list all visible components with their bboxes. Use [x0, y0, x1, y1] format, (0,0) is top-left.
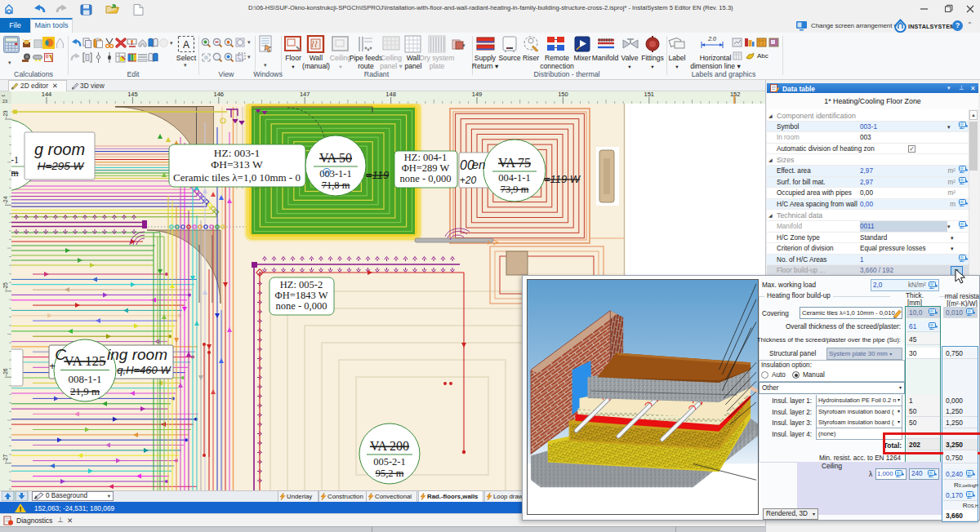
svg-text:147: 147 — [300, 91, 310, 98]
svg-text:=119: =119 — [366, 169, 389, 181]
svg-text:145: 145 — [127, 91, 138, 98]
svg-text:Ceramic tiles λ=1,0 10mm - 0: Ceramic tiles λ=1,0 10mm - 0 — [173, 171, 301, 184]
svg-text:-26: -26 — [2, 368, 8, 376]
svg-text:23: 23 — [2, 99, 7, 104]
svg-text:95,2 m: 95,2 m — [376, 468, 404, 479]
svg-text:144: 144 — [42, 91, 52, 98]
svg-text:-25: -25 — [2, 282, 8, 290]
svg-text:152: 152 — [730, 91, 741, 98]
svg-text:g room: g room — [34, 140, 85, 158]
svg-text:ing room: ing room — [107, 346, 167, 363]
svg-text:en: en — [472, 157, 486, 171]
svg-text:73,9 m: 73,9 m — [501, 184, 529, 195]
svg-text:005-2-1: 005-2-1 — [373, 456, 406, 468]
svg-text:71,8 m: 71,8 m — [322, 180, 350, 191]
svg-text:q,H=460 W: q,H=460 W — [117, 364, 172, 376]
svg-text:HZ: 004-1: HZ: 004-1 — [404, 152, 447, 163]
svg-text:HZ: 003-1: HZ: 003-1 — [214, 147, 261, 159]
svg-text:VA 125: VA 125 — [64, 353, 105, 369]
svg-text:none - 0,000: none - 0,000 — [400, 173, 452, 184]
svg-text:149: 149 — [472, 91, 483, 98]
svg-text:+20: +20 — [460, 175, 477, 186]
svg-text:-24: -24 — [2, 196, 8, 204]
svg-text:A: A — [183, 39, 189, 51]
svg-text:148: 148 — [385, 91, 396, 98]
svg-text:↦: ↦ — [2, 93, 5, 98]
svg-text:150: 150 — [558, 91, 568, 98]
svg-text:!: ! — [20, 505, 22, 513]
svg-text:004-1-1: 004-1-1 — [498, 172, 531, 184]
svg-text:H=295 W: H=295 W — [38, 160, 85, 172]
svg-text:ΦH=313 W: ΦH=313 W — [211, 158, 263, 171]
svg-text:ΦH=289 W: ΦH=289 W — [402, 162, 450, 174]
svg-text:m: m — [11, 167, 19, 179]
svg-text:-23: -23 — [2, 110, 8, 118]
svg-text:ΦH=1843 W: ΦH=1843 W — [275, 290, 328, 301]
svg-text:+: + — [49, 360, 56, 372]
svg-text:HZ: 005-2: HZ: 005-2 — [280, 279, 323, 290]
svg-text:-27: -27 — [2, 454, 8, 463]
svg-text:=119 W: =119 W — [544, 173, 581, 185]
svg-text:21,9 m: 21,9 m — [70, 385, 100, 397]
svg-text:146: 146 — [214, 91, 225, 98]
svg-text:VA 200: VA 200 — [370, 439, 409, 453]
svg-text:2.0: 2.0 — [707, 36, 716, 42]
svg-text:VA 50: VA 50 — [319, 151, 352, 165]
svg-text:008-1-1: 008-1-1 — [68, 373, 101, 385]
svg-text:151: 151 — [644, 91, 655, 98]
svg-text:VA 75: VA 75 — [498, 156, 531, 170]
svg-text:none - 0,000: none - 0,000 — [276, 300, 327, 312]
